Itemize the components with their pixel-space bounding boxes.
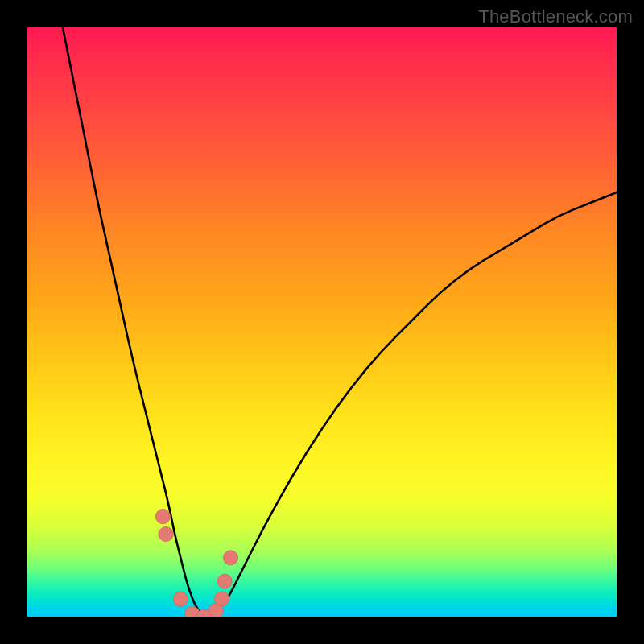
data-marker bbox=[159, 527, 173, 542]
bottleneck-curve-path bbox=[63, 27, 617, 617]
chart-frame: TheBottleneck.com bbox=[0, 0, 644, 644]
watermark-text: TheBottleneck.com bbox=[478, 6, 633, 27]
chart-svg bbox=[27, 27, 617, 617]
data-marker bbox=[173, 592, 188, 606]
data-marker bbox=[155, 510, 170, 524]
data-marker bbox=[217, 574, 232, 588]
marker-group bbox=[155, 510, 237, 617]
data-marker bbox=[215, 592, 229, 606]
data-marker bbox=[224, 551, 238, 565]
plot-area bbox=[27, 27, 617, 617]
